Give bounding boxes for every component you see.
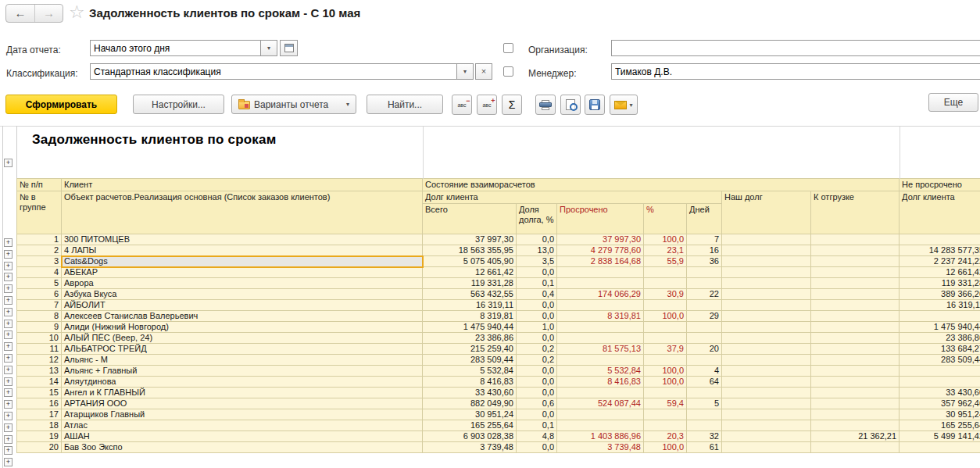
- cell-total[interactable]: 119 331,28: [423, 278, 517, 289]
- cell-days[interactable]: 32: [687, 431, 722, 442]
- cell-share[interactable]: 0,1: [517, 278, 557, 289]
- cell-not-overdue[interactable]: 12 661,42: [900, 267, 980, 278]
- cell-client[interactable]: Аврора: [62, 278, 423, 289]
- cell-to-ship[interactable]: [811, 278, 900, 289]
- cell-not-overdue[interactable]: 30 951,24: [900, 409, 980, 420]
- cell-overdue[interactable]: [557, 322, 644, 333]
- expand-group-button[interactable]: +: [4, 458, 13, 466]
- cell-our-debt[interactable]: [722, 355, 811, 366]
- cell-total[interactable]: 12 661,42: [423, 267, 517, 278]
- cell-total[interactable]: 8 416,83: [423, 377, 517, 388]
- cell-client[interactable]: Азбука Вкуса: [62, 289, 423, 300]
- expand-group-button[interactable]: +: [4, 273, 13, 281]
- cell-share[interactable]: 0,2: [517, 344, 557, 355]
- cell-pct[interactable]: 30,9: [644, 289, 687, 300]
- cell-num[interactable]: 14: [17, 377, 62, 388]
- cell-client[interactable]: 300 ПИТОМЦЕВ: [62, 234, 423, 245]
- report-date-dropdown-button[interactable]: ▾: [260, 40, 277, 56]
- cell-our-debt[interactable]: [722, 256, 811, 267]
- cell-to-ship[interactable]: [811, 267, 900, 278]
- cell-our-debt[interactable]: [722, 234, 811, 245]
- cell-num[interactable]: 9: [17, 322, 62, 333]
- cell-pct[interactable]: 23,1: [644, 245, 687, 256]
- cell-not-overdue[interactable]: [900, 442, 980, 453]
- cell-client[interactable]: АРТАНИЯ ООО: [62, 398, 423, 409]
- cell-our-debt[interactable]: [722, 420, 811, 431]
- cell-share[interactable]: 0,0: [517, 409, 557, 420]
- expand-group-button[interactable]: +: [4, 159, 13, 167]
- cell-num[interactable]: 19: [17, 431, 62, 442]
- cell-our-debt[interactable]: [722, 366, 811, 377]
- cell-share[interactable]: 4,8: [517, 431, 557, 442]
- cell-days[interactable]: 22: [687, 289, 722, 300]
- expand-group-button[interactable]: +: [4, 400, 13, 409]
- cell-pct[interactable]: 59,4: [644, 398, 687, 409]
- expand-group-button[interactable]: +: [4, 342, 13, 351]
- cell-num[interactable]: 5: [17, 278, 62, 289]
- expand-group-button[interactable]: +: [4, 238, 13, 247]
- cell-client[interactable]: АШАН: [62, 431, 423, 442]
- cell-days[interactable]: 16: [687, 245, 722, 256]
- cell-client[interactable]: Атлас: [62, 420, 423, 431]
- cell-overdue[interactable]: [557, 278, 644, 289]
- cell-to-ship[interactable]: [811, 234, 900, 245]
- cell-days[interactable]: 20: [687, 344, 722, 355]
- cell-total[interactable]: 165 255,64: [423, 420, 517, 431]
- cell-our-debt[interactable]: [722, 388, 811, 398]
- cell-not-overdue[interactable]: 389 366,26: [900, 289, 980, 300]
- cell-to-ship[interactable]: [811, 409, 900, 420]
- cell-overdue[interactable]: 524 087,44: [557, 398, 644, 409]
- cell-to-ship[interactable]: [811, 245, 900, 256]
- cell-days[interactable]: [687, 388, 722, 398]
- cell-not-overdue[interactable]: [900, 377, 980, 388]
- cell-share[interactable]: 0,4: [517, 289, 557, 300]
- cell-our-debt[interactable]: [722, 333, 811, 344]
- cell-overdue[interactable]: 37 997,30: [557, 234, 644, 245]
- cell-num[interactable]: 18: [17, 420, 62, 431]
- cell-pct[interactable]: [644, 322, 687, 333]
- expand-groups-button[interactable]: авс+: [477, 95, 497, 115]
- expand-group-button[interactable]: +: [4, 446, 13, 455]
- cell-days[interactable]: [687, 333, 722, 344]
- save-button[interactable]: [585, 95, 605, 115]
- cell-share[interactable]: 0,0: [517, 267, 557, 278]
- cell-our-debt[interactable]: [722, 311, 811, 322]
- cell-our-debt[interactable]: [722, 398, 811, 409]
- expand-group-button[interactable]: +: [4, 388, 13, 397]
- expand-group-button[interactable]: +: [4, 412, 13, 420]
- cell-overdue[interactable]: 81 575,13: [557, 344, 644, 355]
- cell-total[interactable]: 5 532,84: [423, 366, 517, 377]
- cell-our-debt[interactable]: [722, 322, 811, 333]
- cell-not-overdue[interactable]: 357 962,46: [900, 398, 980, 409]
- cell-total[interactable]: 882 049,90: [423, 398, 517, 409]
- cell-to-ship[interactable]: [811, 333, 900, 344]
- cell-pct[interactable]: 100,0: [644, 366, 687, 377]
- cell-client[interactable]: Алексеев Станислав Валерьевич: [62, 311, 423, 322]
- cell-pct[interactable]: [644, 409, 687, 420]
- cell-our-debt[interactable]: [722, 344, 811, 355]
- cell-to-ship[interactable]: [811, 256, 900, 267]
- cell-num[interactable]: 7: [17, 300, 62, 311]
- cell-num[interactable]: 4: [17, 267, 62, 278]
- cell-not-overdue[interactable]: 119 331,28: [900, 278, 980, 289]
- cell-pct[interactable]: 100,0: [644, 442, 687, 453]
- cell-pct[interactable]: [644, 278, 687, 289]
- cell-not-overdue[interactable]: 1 475 940,44: [900, 322, 980, 333]
- cell-our-debt[interactable]: [722, 442, 811, 453]
- cell-total[interactable]: 30 951,24: [423, 409, 517, 420]
- manager-checkbox[interactable]: [503, 66, 513, 77]
- cell-days[interactable]: [687, 267, 722, 278]
- cell-pct[interactable]: [644, 355, 687, 366]
- cell-days[interactable]: [687, 300, 722, 311]
- cell-num[interactable]: 10: [17, 333, 62, 344]
- expand-group-button[interactable]: +: [4, 423, 13, 432]
- more-button[interactable]: Еще: [928, 93, 978, 112]
- cell-days[interactable]: 64: [687, 377, 722, 388]
- cell-total[interactable]: 6 903 028,38: [423, 431, 517, 442]
- cell-share[interactable]: 0,0: [517, 300, 557, 311]
- expand-group-button[interactable]: +: [4, 296, 13, 305]
- classification-clear-button[interactable]: ×: [475, 63, 492, 80]
- cell-days[interactable]: [687, 278, 722, 289]
- forward-button[interactable]: →: [34, 5, 63, 22]
- cell-not-overdue[interactable]: [900, 311, 980, 322]
